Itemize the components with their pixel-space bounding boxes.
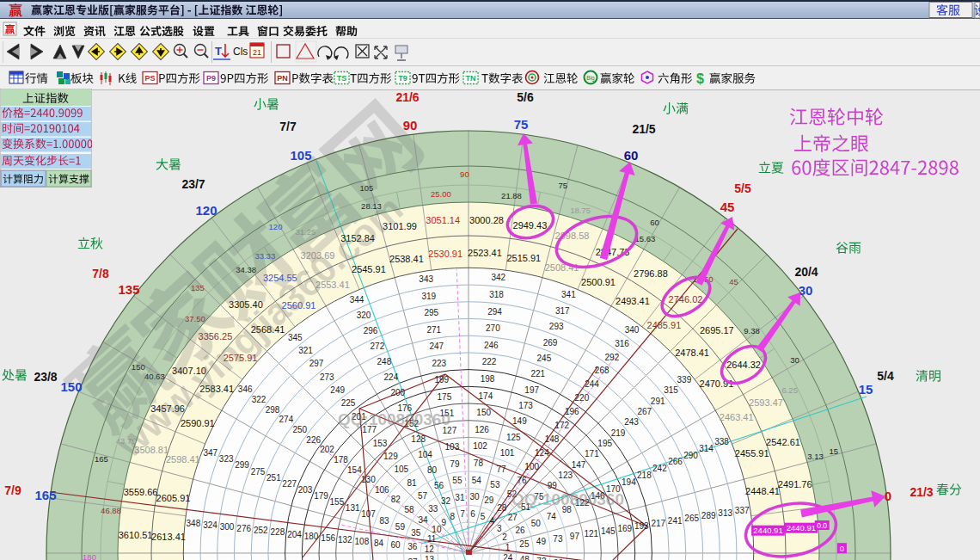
- svg-text:QQ:100800360: QQ:100800360: [511, 490, 624, 508]
- svg-text:30: 30: [470, 492, 481, 502]
- svg-text:46.88: 46.88: [101, 506, 121, 515]
- svg-text:300: 300: [220, 522, 235, 532]
- svg-text:2538.41: 2538.41: [389, 254, 424, 264]
- svg-text:5/5: 5/5: [734, 182, 751, 195]
- svg-text:2448.41: 2448.41: [745, 486, 780, 496]
- svg-text:204: 204: [287, 530, 302, 539]
- svg-text:297: 297: [309, 359, 324, 368]
- svg-text:317: 317: [555, 306, 570, 316]
- svg-text:Big: Big: [586, 75, 595, 82]
- svg-text:21/3: 21/3: [910, 485, 933, 499]
- svg-text:219: 219: [611, 428, 626, 438]
- svg-text:79: 79: [450, 459, 460, 469]
- svg-text:2796.88: 2796.88: [634, 268, 668, 279]
- svg-text:5/6: 5/6: [517, 90, 534, 104]
- svg-text:343: 343: [419, 274, 433, 284]
- svg-text:199: 199: [434, 375, 449, 385]
- svg-text:TS: TS: [337, 74, 347, 83]
- svg-text:128: 128: [411, 434, 426, 444]
- svg-text:275: 275: [251, 467, 266, 477]
- svg-text:346: 346: [238, 385, 253, 394]
- svg-text:267: 267: [637, 407, 652, 416]
- svg-text:15: 15: [859, 382, 873, 397]
- svg-text:103: 103: [445, 442, 460, 452]
- svg-text:48: 48: [520, 555, 530, 560]
- svg-text:135: 135: [118, 282, 139, 297]
- svg-text:120: 120: [195, 203, 217, 218]
- svg-text:149: 149: [512, 416, 527, 426]
- svg-text:104: 104: [418, 450, 432, 459]
- svg-text:23/8: 23/8: [34, 370, 57, 384]
- svg-text:217: 217: [651, 519, 665, 528]
- svg-text:165: 165: [95, 454, 108, 464]
- svg-text:108: 108: [355, 537, 370, 546]
- svg-text:270: 270: [486, 323, 500, 333]
- svg-text:7/8: 7/8: [92, 267, 109, 280]
- svg-text:9: 9: [441, 518, 446, 527]
- svg-text:223: 223: [432, 359, 446, 368]
- svg-text:6.25: 6.25: [781, 385, 798, 395]
- svg-text:2542.61: 2542.61: [766, 437, 800, 447]
- svg-text:226: 226: [306, 435, 321, 445]
- svg-text:272: 272: [371, 342, 385, 351]
- svg-text:24: 24: [503, 553, 513, 560]
- svg-text:197: 197: [524, 385, 539, 395]
- svg-text:246: 246: [484, 341, 499, 350]
- svg-text:25.00: 25.00: [431, 189, 451, 199]
- svg-text:3.13: 3.13: [807, 452, 824, 461]
- svg-text:245: 245: [537, 354, 552, 363]
- svg-text:TN: TN: [466, 74, 476, 83]
- svg-text:99: 99: [548, 481, 558, 490]
- svg-text:81: 81: [407, 478, 418, 488]
- svg-text:60: 60: [650, 218, 659, 227]
- svg-text:294: 294: [487, 307, 502, 317]
- svg-text:252: 252: [254, 526, 268, 535]
- svg-text:45: 45: [729, 277, 738, 286]
- svg-text:9.38: 9.38: [744, 326, 760, 335]
- svg-text:2605.91: 2605.91: [156, 493, 191, 503]
- svg-text:342: 342: [491, 273, 505, 282]
- svg-text:55: 55: [452, 476, 462, 485]
- svg-text:324: 324: [203, 520, 217, 530]
- svg-text:345: 345: [288, 333, 303, 342]
- svg-text:178: 178: [334, 455, 348, 465]
- svg-text:248: 248: [377, 357, 392, 366]
- svg-text:153: 153: [373, 439, 388, 448]
- svg-text:179: 179: [314, 491, 328, 501]
- svg-text:76: 76: [518, 476, 528, 485]
- svg-text:P9: P9: [206, 74, 216, 83]
- svg-text:2598.41: 2598.41: [166, 454, 200, 465]
- svg-text:2500.91: 2500.91: [581, 277, 616, 287]
- svg-text:313: 313: [718, 508, 732, 518]
- svg-text:126: 126: [475, 425, 489, 434]
- svg-text:150: 150: [476, 408, 491, 417]
- svg-text:35: 35: [411, 528, 421, 538]
- svg-text:123: 123: [558, 471, 573, 480]
- svg-text:6: 6: [470, 509, 475, 519]
- svg-text:221: 221: [530, 369, 545, 378]
- svg-text:QQ:100800360: QQ:100800360: [338, 410, 450, 428]
- svg-text:156: 156: [321, 533, 335, 543]
- svg-text:148: 148: [545, 434, 560, 444]
- svg-text:73: 73: [553, 534, 563, 544]
- svg-text:4: 4: [489, 516, 494, 526]
- svg-text:100: 100: [524, 462, 539, 471]
- svg-text:27: 27: [508, 513, 518, 522]
- svg-text:290: 290: [683, 451, 698, 460]
- svg-text:21/5: 21/5: [632, 122, 655, 136]
- svg-text:2478.41: 2478.41: [675, 348, 709, 358]
- svg-text:60: 60: [624, 148, 639, 163]
- svg-text:50: 50: [531, 519, 542, 528]
- svg-text:273: 273: [320, 372, 334, 382]
- svg-text:80: 80: [427, 465, 438, 475]
- svg-text:244: 244: [585, 379, 599, 389]
- svg-text:220: 220: [575, 393, 590, 403]
- svg-text:3000.28: 3000.28: [469, 215, 504, 225]
- svg-text:90: 90: [460, 169, 469, 179]
- svg-text:2493.41: 2493.41: [616, 296, 650, 306]
- svg-text:90: 90: [403, 118, 418, 132]
- svg-text:3051.14: 3051.14: [426, 215, 460, 225]
- svg-text:315: 315: [664, 385, 678, 395]
- svg-text:250: 250: [292, 425, 307, 434]
- svg-text:341: 341: [561, 290, 576, 299]
